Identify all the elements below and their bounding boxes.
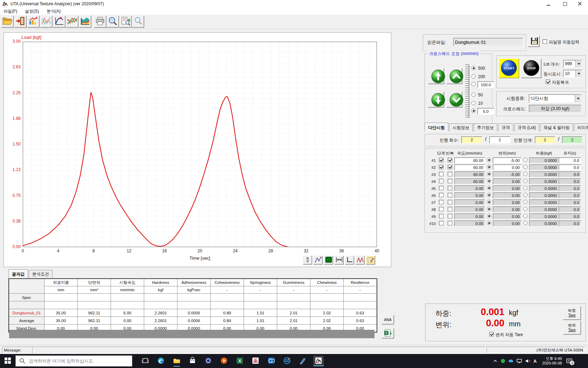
minimize-button[interactable] [541,1,556,7]
line-style-button[interactable] [313,255,323,265]
chevron-down-icon[interactable] [575,60,582,67]
step-repeat-checkbox[interactable] [445,207,454,212]
step-enable-checkbox[interactable] [437,207,445,212]
file-explorer-taskbar-button[interactable] [172,356,182,366]
step-speed-input[interactable]: 60.00 [454,157,485,163]
restore-button[interactable]: 복귀 [303,255,312,265]
file-name-input[interactable] [453,38,523,46]
step-repeat-checkbox[interactable] [445,214,454,219]
crosshead-up-arrow-button[interactable] [428,68,444,84]
step-enable-checkbox[interactable] [437,179,445,184]
step-speed-input[interactable]: 0.00 [454,213,485,219]
step-hold-input[interactable]: 0.0 [559,171,581,177]
step-load-input[interactable]: 0.0000 [529,192,559,198]
step-disp-input[interactable]: 0.00 [493,206,522,212]
step-disp-mode-radio[interactable] [485,165,493,170]
tab-다단시험[interactable]: 다단시험 [425,123,448,131]
crosshead-down-arrow-button[interactable] [428,91,444,108]
crosshead-speed-slider[interactable] [465,64,469,118]
step-enable-checkbox[interactable] [437,165,445,170]
step-repeat-checkbox[interactable] [445,172,454,177]
zoom-out-button[interactable] [132,15,144,28]
tab-리미트[interactable]: 리미트 [574,123,588,131]
auto-return-checkbox[interactable] [546,80,550,84]
step-enable-checkbox[interactable] [437,193,445,198]
step-disp-mode-radio[interactable] [485,221,493,226]
step-hold-input[interactable]: 0.0 [559,206,581,212]
tab-규격 (Lot)[interactable]: 규격 (Lot) [514,123,539,131]
step-speed-input[interactable]: 0.00 [454,185,485,191]
load-tare-button[interactable]: 하중 Tare [563,306,581,320]
step-enable-checkbox[interactable] [437,221,445,226]
step-disp-mode-radio[interactable] [485,214,493,219]
area-chart-button[interactable] [79,15,91,28]
crosshead-speed-input-5.0[interactable]: 5.0 [477,108,494,115]
curve-chart-button[interactable] [53,15,65,28]
step-load-mode-radio[interactable] [522,193,529,198]
open-file-button[interactable] [1,15,14,28]
step-speed-input[interactable]: 0.00 [454,199,485,205]
step-disp-input[interactable]: 0.00 [493,178,522,184]
step-enable-checkbox[interactable] [437,186,445,191]
simul-display-select[interactable]: 10 [563,70,582,77]
step-enable-checkbox[interactable] [437,158,445,163]
background-button[interactable] [324,255,333,265]
ie-taskbar-button[interactable] [282,356,292,366]
step-hold-input[interactable]: 0.0 [559,220,581,226]
step-hold-input[interactable]: 0.0 [559,213,581,219]
crosshead-speed-radio-10[interactable] [471,101,476,105]
step-load-mode-radio[interactable] [522,200,529,205]
step-hold-input[interactable]: 0.0 [559,178,581,184]
step-load-input[interactable]: 0.0000 [529,164,559,170]
ana-button[interactable]: ANA [382,315,394,325]
step-load-input[interactable]: 0.0000 [529,199,559,205]
step-load-mode-radio[interactable] [522,165,529,170]
print-button[interactable] [94,15,106,28]
auto-filename-checkbox[interactable] [542,39,547,44]
step-load-mode-radio[interactable] [522,186,529,191]
exit-button[interactable] [14,15,27,28]
scatter-chart-button[interactable] [66,15,78,28]
pen-taskbar-button[interactable] [298,356,308,366]
step-disp-input[interactable]: 0.00 [493,192,522,198]
lot-count-select[interactable]: 999 [563,60,582,68]
tray-chevron-icon[interactable] [493,359,498,363]
tab-규격[interactable]: 규격 [498,123,513,131]
crosshead-up-chevron-button[interactable] [446,68,462,84]
step-repeat-checkbox[interactable] [445,179,454,184]
chevron-down-icon[interactable] [575,95,581,102]
media-player-taskbar-button[interactable] [219,356,229,366]
step-disp-input[interactable]: 0.00 [493,220,522,226]
step-hold-input[interactable]: 0.0 [559,157,581,163]
step-repeat-checkbox[interactable] [445,186,454,191]
step-hold-input[interactable]: 0.0 [559,192,581,198]
step-load-mode-radio[interactable] [522,214,529,219]
store-taskbar-button[interactable] [187,356,198,366]
tray-display-icon[interactable] [517,359,522,363]
step-disp-input[interactable]: 0.00 [493,199,522,205]
step-speed-input[interactable]: 60.00 [454,164,485,170]
save-button[interactable] [528,36,540,47]
tab-시험정보[interactable]: 시험정보 [449,123,473,131]
excel-export-button[interactable]: X [382,328,394,339]
step-repeat-checkbox[interactable] [445,165,454,170]
close-button[interactable] [573,1,587,7]
step-load-mode-radio[interactable] [522,158,529,163]
peaks-button[interactable] [355,255,365,265]
step-load-input[interactable]: 0.0000 [529,213,559,219]
menu-item-1[interactable]: 설정(S) [25,8,39,14]
step-disp-input[interactable]: 0.00 [493,164,522,170]
edge-taskbar-button[interactable] [156,356,166,366]
step-disp-mode-radio[interactable] [485,207,493,212]
step-load-input[interactable]: 0.0000 [529,206,559,212]
crosshead-speed-radio-100.0[interactable] [471,82,476,86]
step-hold-input[interactable]: 0.0 [559,185,581,191]
start-button[interactable]: START [499,59,519,78]
tray-audio-icon[interactable] [525,359,531,363]
step-load-input[interactable]: 0.0000 [529,157,559,163]
step-repeat-checkbox[interactable] [445,158,454,163]
disp-tare-button[interactable]: 변위 Tare [563,321,581,335]
bar-chart-button[interactable] [27,15,40,28]
step-disp-mode-radio[interactable] [485,158,493,163]
step-load-input[interactable]: 0.0000 [529,171,559,177]
